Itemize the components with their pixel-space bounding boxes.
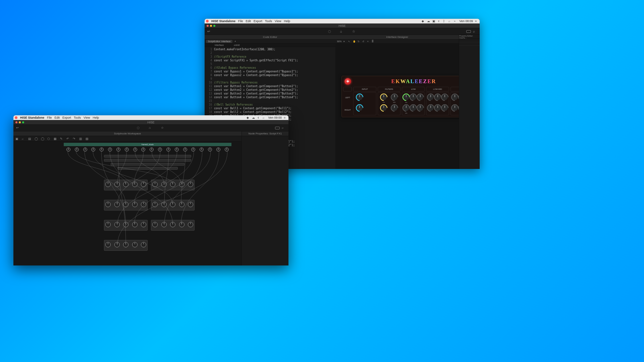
graph-knob[interactable] [175, 147, 179, 152]
graph-knob[interactable] [200, 147, 204, 152]
graph-knob[interactable] [123, 222, 128, 227]
graph-knob[interactable] [188, 222, 193, 227]
graph-knob[interactable] [132, 202, 138, 207]
undo-icon[interactable]: ↺ [362, 40, 365, 43]
align-icon[interactable]: ≣ [372, 40, 374, 43]
graph-knob[interactable] [170, 202, 175, 207]
clock[interactable]: Ven 08:09 [459, 19, 473, 23]
traffic-lights[interactable] [207, 25, 215, 27]
zoom-level[interactable]: 98% [337, 40, 341, 43]
graph-knob[interactable] [83, 147, 87, 152]
knob-hpf-l[interactable] [391, 94, 397, 100]
property-row[interactable] [459, 39, 480, 42]
preset-toggle[interactable] [275, 127, 280, 129]
back-icon[interactable]: ↩ [16, 126, 20, 130]
window-titlebar[interactable]: HISE [205, 23, 480, 28]
graph-knob[interactable] [108, 147, 112, 152]
knob[interactable] [435, 94, 441, 100]
graph-knob[interactable] [179, 182, 184, 187]
designer-canvas[interactable]: ✦ EKWALEEZER ◀ ▶ 00 - INIT [335, 44, 459, 169]
graph-knob[interactable] [216, 147, 220, 152]
knob[interactable] [417, 105, 423, 111]
graph-knob[interactable] [141, 222, 146, 227]
search-icon[interactable]: ⌕ [282, 126, 286, 130]
hand-icon[interactable]: ✋ [353, 40, 356, 43]
toolbar-icon[interactable]: ✎ [60, 137, 63, 140]
graph-knob[interactable] [100, 147, 104, 152]
knob[interactable] [428, 105, 434, 111]
clock[interactable]: Ven 09:00 [268, 116, 282, 119]
graph-knob[interactable] [161, 182, 167, 187]
graph-knob[interactable] [141, 202, 146, 207]
graph-knob[interactable] [132, 242, 138, 247]
graph-knob[interactable] [170, 222, 175, 227]
graph-knob[interactable] [208, 147, 212, 152]
graph-knob[interactable] [132, 182, 138, 187]
toolbar-icon[interactable]: ◯ [35, 137, 38, 140]
menu-icon[interactable]: ≡ [475, 19, 478, 23]
pointer-icon[interactable]: ↖ [348, 40, 351, 43]
knob[interactable] [435, 105, 441, 111]
search-icon[interactable]: ⌕ [263, 116, 266, 119]
node-graph[interactable]: frame2_block [64, 143, 231, 265]
menu-view[interactable]: View [275, 19, 281, 23]
menu-help[interactable]: Help [284, 19, 290, 23]
graph-knob[interactable] [152, 182, 158, 187]
graph-knob[interactable] [91, 147, 95, 152]
subtab-interface[interactable]: Interface [215, 44, 224, 46]
graph-knob[interactable] [166, 147, 170, 152]
graph-knob[interactable] [125, 147, 129, 152]
menu-file[interactable]: File [47, 116, 52, 119]
graph-knob[interactable] [114, 242, 120, 247]
menu-tools[interactable]: Tools [265, 19, 272, 23]
graph-knob[interactable] [161, 202, 167, 207]
menu-export[interactable]: Export [62, 116, 71, 119]
undo-icon[interactable]: ↶ [66, 137, 69, 140]
menu-edit[interactable]: Edit [246, 19, 251, 23]
graph-knob[interactable] [141, 147, 145, 152]
star-icon[interactable]: ☆ [352, 29, 356, 34]
graph-knob[interactable] [114, 182, 120, 187]
knob[interactable] [417, 94, 423, 100]
knob[interactable] [442, 105, 448, 111]
menu-file[interactable]: File [238, 19, 243, 23]
frame-node[interactable]: frame2_block [64, 143, 231, 146]
knob[interactable] [452, 94, 458, 100]
graph-knob[interactable] [105, 182, 111, 187]
toolbar-icon[interactable]: ▦ [54, 137, 57, 140]
graph-knob[interactable] [132, 222, 138, 227]
menu-edit[interactable]: Edit [55, 116, 60, 119]
search-icon[interactable]: ⌕ [473, 29, 477, 34]
graph-knob[interactable] [66, 147, 70, 152]
wifi-icon[interactable]: ⨞ [257, 116, 261, 119]
graph-knob[interactable] [114, 222, 120, 227]
module-node[interactable] [104, 155, 191, 158]
redo-icon[interactable]: ↻ [358, 40, 360, 43]
graph-knob[interactable] [123, 202, 128, 207]
graph-knob[interactable] [123, 242, 128, 247]
script-tab[interactable]: ScriptEditor: Interface [206, 40, 232, 43]
graph-knob[interactable] [191, 147, 195, 152]
apple-menu-icon[interactable] [206, 20, 209, 22]
menu-export[interactable]: Export [254, 19, 262, 23]
back-icon[interactable]: ↩ [207, 29, 211, 34]
menu-help[interactable]: Help [93, 116, 99, 119]
knob-input-l[interactable] [357, 94, 363, 100]
clock-icon[interactable]: ◌ [328, 29, 332, 34]
toolbar-icon[interactable]: ⌕ [22, 137, 25, 140]
toolbar-icon[interactable]: ▥ [79, 137, 82, 140]
graph-knob[interactable] [105, 222, 111, 227]
knob[interactable] [403, 94, 409, 100]
home-icon[interactable]: ⌂ [340, 29, 344, 34]
graph-knob[interactable] [152, 222, 158, 227]
toolbar-icon[interactable]: ◯ [41, 137, 44, 140]
menu-tools[interactable]: Tools [74, 116, 81, 119]
preset-toggle[interactable] [466, 30, 471, 33]
graph-knob[interactable] [116, 147, 120, 152]
module-node[interactable] [117, 167, 178, 170]
knob[interactable] [410, 94, 416, 100]
knob[interactable] [410, 105, 416, 111]
toolbar-icon[interactable]: ▣ [15, 137, 18, 140]
graph-knob[interactable] [152, 202, 158, 207]
knob[interactable] [428, 94, 434, 100]
